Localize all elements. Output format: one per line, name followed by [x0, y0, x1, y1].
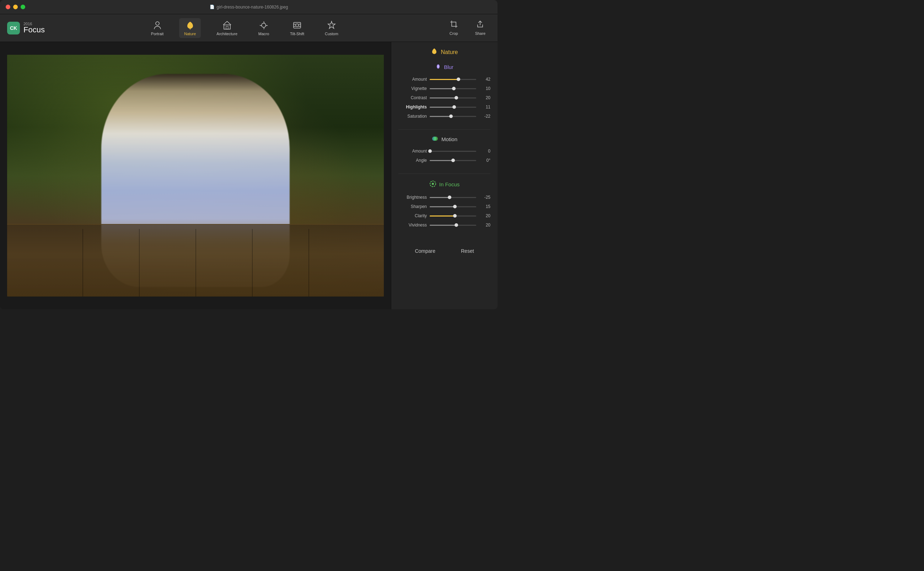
- svg-point-14: [434, 137, 438, 141]
- blur-saturation-row: Saturation -22: [391, 112, 497, 121]
- logo-icon: CK: [7, 22, 20, 34]
- traffic-lights: [6, 5, 25, 9]
- infocus-section-title: In Focus: [391, 178, 497, 193]
- window-title: girl-dress-bounce-nature-160826.jpeg: [217, 5, 288, 9]
- toolbar-right: Crop Share: [445, 18, 490, 38]
- svg-rect-5: [294, 22, 301, 28]
- motion-angle-label: Angle: [398, 158, 427, 163]
- share-icon: [476, 20, 484, 30]
- svg-rect-2: [224, 25, 230, 29]
- motion-section: Motion Amount 0 Angle 0°: [391, 133, 497, 171]
- blur-contrast-value: 20: [479, 95, 490, 100]
- maximize-button[interactable]: [21, 5, 25, 9]
- blur-section-title: Blur: [391, 62, 497, 75]
- if-clarity-label: Clarity: [398, 213, 427, 218]
- blur-vignette-label: Vignette: [398, 86, 427, 91]
- blur-amount-slider[interactable]: [430, 79, 476, 80]
- svg-rect-3: [226, 26, 228, 29]
- nav-tool-nature[interactable]: Nature: [179, 18, 201, 38]
- tilt-shift-label: Tilt-Shift: [290, 32, 304, 36]
- motion-angle-value: 0°: [479, 158, 490, 163]
- motion-angle-slider[interactable]: [430, 160, 476, 161]
- custom-icon: [327, 20, 336, 30]
- logo: CK 2016 Focus: [7, 22, 45, 34]
- nav-tool-architecture[interactable]: Architecture: [211, 18, 242, 38]
- blur-highlights-label: Highlights: [398, 105, 427, 110]
- share-label: Share: [475, 31, 485, 35]
- reset-button[interactable]: Reset: [455, 246, 480, 256]
- blur-vignette-slider[interactable]: [430, 88, 476, 89]
- if-clarity-slider[interactable]: [430, 216, 476, 216]
- title-bar: 📄 girl-dress-bounce-nature-160826.jpeg: [0, 0, 497, 14]
- if-sharpen-row: Sharpen 15: [391, 202, 497, 211]
- architecture-icon: [222, 20, 232, 30]
- share-button[interactable]: Share: [470, 18, 490, 38]
- canvas-area: [0, 42, 391, 309]
- if-vividness-slider[interactable]: [430, 225, 476, 226]
- blur-vignette-value: 10: [479, 86, 490, 91]
- blur-vignette-row: Vignette 10: [391, 84, 497, 93]
- tilt-shift-icon: [293, 20, 302, 30]
- close-button[interactable]: [6, 5, 10, 9]
- blur-saturation-label: Saturation: [398, 114, 427, 119]
- portrait-label: Portrait: [151, 32, 163, 36]
- nature-label: Nature: [184, 32, 196, 36]
- motion-angle-row: Angle 0°: [391, 156, 497, 165]
- svg-point-6: [296, 24, 299, 27]
- svg-point-4: [262, 23, 266, 27]
- nav-tools: Portrait Nature Architecture: [55, 18, 434, 38]
- right-panel: Nature Blur Amount 42: [391, 42, 497, 309]
- blur-contrast-label: Contrast: [398, 95, 427, 100]
- blur-saturation-value: -22: [479, 114, 490, 119]
- compare-button[interactable]: Compare: [409, 246, 441, 256]
- if-brightness-slider[interactable]: [430, 197, 476, 198]
- nav-tool-portrait[interactable]: Portrait: [146, 18, 168, 38]
- crop-button[interactable]: Crop: [445, 18, 463, 38]
- infocus-icon: [429, 180, 436, 188]
- file-icon: 📄: [210, 5, 215, 9]
- blur-section: Blur Amount 42 Vignette 10: [391, 60, 497, 127]
- blur-highlights-slider[interactable]: [430, 106, 476, 108]
- if-sharpen-value: 15: [479, 204, 490, 209]
- macro-icon: [259, 20, 268, 30]
- blur-amount-label: Amount: [398, 77, 427, 82]
- infocus-section: In Focus Brightness -25 Sharpen 15: [391, 177, 497, 235]
- blur-saturation-slider[interactable]: [430, 116, 476, 117]
- blur-icon: [435, 64, 441, 70]
- motion-amount-slider[interactable]: [430, 151, 476, 152]
- blur-contrast-row: Contrast 20: [391, 93, 497, 102]
- motion-amount-row: Amount 0: [391, 147, 497, 156]
- if-brightness-value: -25: [479, 195, 490, 200]
- if-vividness-label: Vividness: [398, 222, 427, 228]
- logo-text: 2016 Focus: [23, 22, 45, 34]
- macro-label: Macro: [258, 32, 270, 36]
- blur-highlights-row: Highlights 11: [391, 102, 497, 112]
- blur-contrast-slider[interactable]: [430, 97, 476, 99]
- if-clarity-value: 20: [479, 213, 490, 218]
- if-sharpen-slider[interactable]: [430, 206, 476, 207]
- if-sharpen-label: Sharpen: [398, 204, 427, 209]
- custom-label: Custom: [325, 32, 338, 36]
- nav-tool-macro[interactable]: Macro: [253, 18, 274, 38]
- nav-tool-custom[interactable]: Custom: [320, 18, 343, 38]
- blur-highlights-value: 11: [479, 105, 490, 110]
- if-brightness-label: Brightness: [398, 195, 427, 200]
- nature-icon: [185, 20, 195, 30]
- portrait-icon: [153, 20, 162, 30]
- if-vividness-row: Vividness 20: [391, 221, 497, 230]
- nav-tool-tilt-shift[interactable]: Tilt-Shift: [285, 18, 309, 38]
- motion-amount-value: 0: [479, 149, 490, 154]
- motion-section-title: Motion: [391, 134, 497, 147]
- minimize-button[interactable]: [13, 5, 18, 9]
- photo-container: [7, 49, 384, 302]
- motion-amount-label: Amount: [398, 149, 427, 154]
- svg-point-0: [156, 22, 159, 25]
- if-brightness-row: Brightness -25: [391, 193, 497, 202]
- motion-icon: [431, 136, 439, 142]
- blur-amount-row: Amount 42: [391, 75, 497, 84]
- if-vividness-value: 20: [479, 222, 490, 228]
- window-title-area: 📄 girl-dress-bounce-nature-160826.jpeg: [210, 5, 288, 9]
- blur-amount-value: 42: [479, 77, 490, 82]
- nature-panel-title: Nature: [441, 49, 458, 56]
- architecture-label: Architecture: [216, 32, 237, 36]
